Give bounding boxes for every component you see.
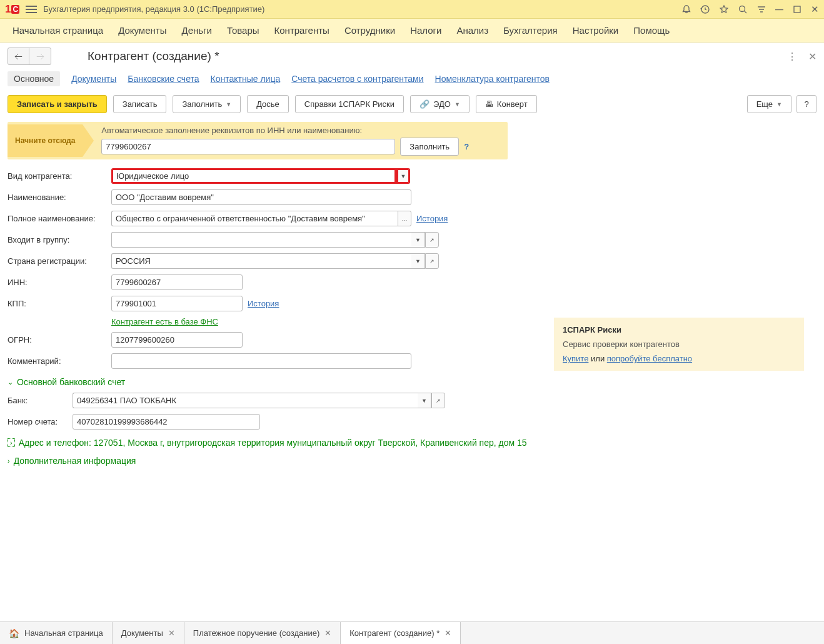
row-group: Входит в группу: ▼ ↗: [8, 232, 816, 248]
spark-buy-link[interactable]: Купите: [563, 354, 588, 363]
svg-point-1: [740, 6, 745, 11]
kebab-icon[interactable]: ⋮: [787, 51, 797, 63]
menu-accounting[interactable]: Бухгалтерия: [503, 25, 558, 36]
tab-settlement-accounts[interactable]: Счета расчетов с контрагентами: [291, 74, 423, 84]
page-title: Контрагент (создание) *: [88, 49, 219, 63]
tab-nomenclature[interactable]: Номенклатура контрагентов: [435, 74, 550, 84]
chevron-down-icon: ▼: [455, 101, 460, 108]
star-icon[interactable]: [719, 4, 729, 14]
svg-rect-2: [794, 6, 800, 13]
fullname-input[interactable]: [111, 211, 398, 226]
type-dropdown-button[interactable]: ▼: [396, 168, 410, 184]
comment-input[interactable]: [111, 353, 411, 369]
bank-dropdown-button[interactable]: ▼: [418, 393, 431, 408]
maximize-icon[interactable]: [792, 4, 802, 14]
save-button[interactable]: Записать: [113, 95, 167, 113]
group-dropdown-button[interactable]: ▼: [411, 232, 425, 248]
nav-forward-button[interactable]: 🡢: [29, 48, 51, 64]
country-dropdown-button[interactable]: ▼: [411, 253, 425, 269]
bank-open-button[interactable]: ↗: [431, 393, 445, 408]
app-logo: 1С: [5, 3, 19, 16]
chevron-down-icon: ⌄: [8, 378, 13, 386]
menu-goods[interactable]: Товары: [227, 25, 259, 36]
minimize-icon[interactable]: —: [775, 4, 783, 14]
spark-panel-title: 1СПАРК Риски: [563, 325, 795, 335]
form-tabs: Основное Документы Банковские счета Конт…: [8, 71, 816, 86]
chevron-down-icon: ▼: [776, 101, 782, 108]
address-section-header[interactable]: › Адрес и телефон: 127051, Москва г, вну…: [8, 438, 816, 448]
extra-section-title: Дополнительная информация: [14, 456, 136, 466]
menu-taxes[interactable]: Налоги: [410, 25, 441, 36]
country-input[interactable]: [111, 253, 411, 269]
history-icon[interactable]: [700, 4, 710, 14]
autofill-help[interactable]: ?: [464, 142, 469, 151]
inn-input[interactable]: [111, 274, 243, 290]
bell-icon[interactable]: [681, 4, 691, 14]
group-input[interactable]: [111, 232, 411, 248]
fullname-ellipsis-button[interactable]: …: [398, 211, 411, 226]
account-input[interactable]: [73, 414, 260, 430]
spark-panel: 1СПАРК Риски Сервис проверки контрагенто…: [554, 318, 804, 371]
edo-dropdown[interactable]: 🔗ЭДО▼: [410, 95, 470, 113]
dossier-button[interactable]: Досье: [247, 95, 289, 113]
country-open-button[interactable]: ↗: [425, 253, 439, 269]
titlebar-actions: — ✕: [681, 4, 819, 15]
bank-input[interactable]: [73, 393, 418, 408]
fill-dropdown[interactable]: Заполнить▼: [173, 95, 241, 113]
autofill-input[interactable]: [101, 139, 395, 154]
print-icon: 🖶: [485, 99, 493, 109]
spark-try-link[interactable]: попробуйте бесплатно: [607, 354, 692, 363]
filter-icon[interactable]: [756, 4, 766, 14]
convert-button[interactable]: 🖶Конверт: [476, 95, 537, 113]
menu-counterparties[interactable]: Контрагенты: [274, 25, 329, 36]
page-actions: ⋮ ✕: [787, 51, 816, 63]
row-name: Наименование:: [8, 189, 816, 205]
name-input[interactable]: [111, 189, 411, 205]
titlebar: 1С Бухгалтерия предприятия, редакция 3.0…: [0, 0, 824, 19]
fns-link[interactable]: Контрагент есть в базе ФНС: [111, 317, 218, 326]
kpp-history-link[interactable]: История: [248, 299, 279, 308]
extra-section-header[interactable]: › Дополнительная информация: [8, 456, 816, 466]
menu-employees[interactable]: Сотрудники: [344, 25, 395, 36]
group-open-button[interactable]: ↗: [425, 232, 439, 248]
bank-section-header[interactable]: ⌄ Основной банковский счет: [8, 377, 816, 387]
form: Вид контрагента: Юридическое лицо ▼ Наим…: [8, 168, 816, 466]
start-here-arrow: Начните отсюда: [8, 124, 83, 157]
help-button[interactable]: ?: [796, 95, 816, 113]
spark-panel-subtitle: Сервис проверки контрагентов: [563, 340, 795, 349]
row-country: Страна регистрации: ▼ ↗: [8, 253, 816, 269]
tab-bank-accounts[interactable]: Банковские счета: [128, 74, 199, 84]
autofill-button[interactable]: Заполнить: [400, 138, 459, 156]
address-section-title: Адрес и телефон: 127051, Москва г, внутр…: [19, 438, 527, 448]
menu-help[interactable]: Помощь: [633, 25, 670, 36]
kpp-input[interactable]: [111, 296, 243, 311]
close-icon[interactable]: ✕: [811, 4, 819, 15]
more-dropdown[interactable]: Еще▼: [747, 95, 791, 113]
menu-documents[interactable]: Документы: [118, 25, 166, 36]
convert-label: Конверт: [497, 99, 528, 109]
menu-money[interactable]: Деньги: [181, 25, 211, 36]
hamburger-icon[interactable]: [26, 6, 37, 13]
search-icon[interactable]: [738, 4, 748, 14]
row-fullname: Полное наименование: … История: [8, 211, 816, 226]
tab-contacts[interactable]: Контактные лица: [211, 74, 281, 84]
app-title: Бухгалтерия предприятия, редакция 3.0 (1…: [43, 4, 264, 14]
tab-documents[interactable]: Документы: [71, 74, 116, 84]
fullname-history-link[interactable]: История: [416, 214, 448, 223]
save-close-button[interactable]: Записать и закрыть: [8, 95, 107, 113]
type-select[interactable]: Юридическое лицо: [111, 168, 396, 184]
link-icon: 🔗: [420, 99, 430, 109]
page-close-icon[interactable]: ✕: [808, 51, 816, 63]
menu-settings[interactable]: Настройки: [573, 25, 619, 36]
spark-button[interactable]: Справки 1СПАРК Риски: [295, 95, 404, 113]
fill-label: Заполнить: [182, 99, 222, 109]
inn-label: ИНН:: [8, 278, 106, 287]
row-account: Номер счета:: [8, 414, 816, 430]
chevron-right-icon: ›: [8, 457, 10, 465]
comment-label: Комментарий:: [8, 356, 106, 366]
menu-home[interactable]: Начальная страница: [13, 25, 103, 36]
tab-main[interactable]: Основное: [8, 71, 60, 86]
menu-analysis[interactable]: Анализ: [456, 25, 488, 36]
nav-back-button[interactable]: 🡠: [8, 48, 29, 64]
ogrn-input[interactable]: [111, 332, 243, 348]
